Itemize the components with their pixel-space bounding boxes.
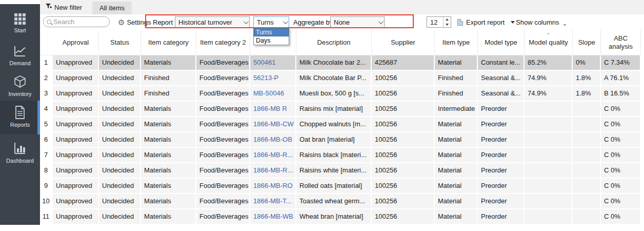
- sidebar-item-start[interactable]: Start: [0, 13, 40, 33]
- table-cell[interactable]: 100256: [372, 209, 435, 225]
- table-cell[interactable]: Materials: [141, 117, 196, 132]
- table-cell[interactable]: Material: [435, 194, 478, 209]
- item-code-link[interactable]: 500461: [250, 55, 296, 71]
- table-cell[interactable]: Unapproved: [53, 132, 99, 148]
- column-header-description[interactable]: Description: [296, 30, 372, 55]
- periods-stepper[interactable]: 12: [427, 16, 451, 28]
- table-cell[interactable]: 425687: [372, 55, 435, 71]
- table-cell[interactable]: 100256: [372, 86, 435, 102]
- table-cell[interactable]: 100256: [372, 179, 435, 194]
- table-cell[interactable]: Unapproved: [53, 102, 99, 117]
- column-header-abc-analysis[interactable]: ABC analysis: [601, 30, 641, 55]
- dropdown-option-days[interactable]: Days: [254, 36, 289, 45]
- table-row[interactable]: 1UnapprovedUndecidedMaterialsFood/Bevera…: [40, 55, 641, 71]
- table-cell[interactable]: [525, 194, 573, 209]
- item-code-link[interactable]: 1866-MB-T...: [250, 194, 296, 209]
- item-code-link[interactable]: 1866-MB-R...: [250, 148, 296, 163]
- column-header-slope[interactable]: Slope: [573, 30, 601, 55]
- table-row[interactable]: 3UnapprovedUndecidedFinishedFood/Beverag…: [40, 86, 641, 102]
- table-cell[interactable]: Undecided: [99, 148, 141, 163]
- table-cell[interactable]: Unapproved: [53, 71, 99, 86]
- table-cell[interactable]: C 0%: [601, 163, 641, 179]
- table-cell[interactable]: 100256: [372, 71, 435, 86]
- item-code-link[interactable]: 1866-MB R: [250, 102, 296, 117]
- table-cell[interactable]: Unapproved: [53, 86, 99, 102]
- item-code-link[interactable]: 1866-MB-WB: [250, 209, 296, 225]
- table-cell[interactable]: [525, 117, 573, 132]
- column-header-model-type[interactable]: Model type: [478, 30, 525, 55]
- table-cell[interactable]: Undecided: [99, 163, 141, 179]
- table-cell[interactable]: Undecided: [99, 132, 141, 148]
- row-number[interactable]: 11: [40, 209, 53, 225]
- table-cell[interactable]: Wheat bran [material]: [296, 209, 372, 225]
- sidebar-item-demand[interactable]: Demand: [0, 45, 40, 66]
- table-cell[interactable]: Food/Beverages: [196, 209, 250, 225]
- report-select[interactable]: Historical turnover: [175, 16, 250, 28]
- table-cell[interactable]: Intermediate: [435, 102, 478, 117]
- table-cell[interactable]: 74.9%: [525, 86, 573, 102]
- table-cell[interactable]: Material: [435, 55, 478, 71]
- table-cell[interactable]: 74.9%: [525, 71, 573, 86]
- row-number[interactable]: 1: [40, 55, 53, 71]
- table-cell[interactable]: Undecided: [99, 86, 141, 102]
- table-cell[interactable]: Milk Chocolate bar 2...: [296, 55, 372, 71]
- table-cell[interactable]: Oat bran [material]: [296, 132, 372, 148]
- table-cell[interactable]: [525, 148, 573, 163]
- table-cell[interactable]: Preorder: [478, 209, 525, 225]
- sidebar-item-inventory[interactable]: Inventory: [0, 75, 40, 97]
- table-cell[interactable]: [573, 209, 601, 225]
- table-cell[interactable]: C 0%: [601, 117, 641, 132]
- table-cell[interactable]: Unapproved: [53, 194, 99, 209]
- table-row[interactable]: 5UnapprovedUndecidedMaterialsFood/Bevera…: [40, 117, 641, 132]
- table-cell[interactable]: Preorder: [478, 179, 525, 194]
- table-cell[interactable]: 85.2%: [525, 55, 573, 71]
- table-cell[interactable]: Chopped walnuts [m...: [296, 117, 372, 132]
- table-cell[interactable]: Food/Beverages: [196, 194, 250, 209]
- table-cell[interactable]: Seasonal &...: [478, 86, 525, 102]
- table-cell[interactable]: Raisins white [materi...: [296, 163, 372, 179]
- table-cell[interactable]: 0%: [573, 55, 601, 71]
- table-cell[interactable]: Material: [435, 132, 478, 148]
- table-cell[interactable]: Preorder: [478, 194, 525, 209]
- tab-all-items[interactable]: All items: [92, 2, 132, 14]
- table-cell[interactable]: Undecided: [99, 55, 141, 71]
- table-cell[interactable]: Undecided: [99, 194, 141, 209]
- table-cell[interactable]: 1.8%: [573, 71, 601, 86]
- search-box[interactable]: [43, 16, 110, 27]
- table-cell[interactable]: Food/Beverages: [196, 132, 250, 148]
- table-cell[interactable]: Material: [435, 179, 478, 194]
- table-cell[interactable]: 100256: [372, 102, 435, 117]
- row-number[interactable]: 10: [40, 194, 53, 209]
- table-cell[interactable]: [573, 117, 601, 132]
- table-cell[interactable]: Undecided: [99, 209, 141, 225]
- column-header-item-type[interactable]: Item type: [435, 30, 478, 55]
- table-cell[interactable]: Food/Beverages: [196, 55, 250, 71]
- table-cell[interactable]: Undecided: [99, 102, 141, 117]
- search-input[interactable]: [53, 18, 105, 26]
- table-cell[interactable]: Materials: [141, 102, 196, 117]
- table-cell[interactable]: [573, 132, 601, 148]
- row-number[interactable]: 5: [40, 117, 53, 132]
- row-number[interactable]: 2: [40, 71, 53, 86]
- table-cell[interactable]: Materials: [141, 163, 196, 179]
- table-row[interactable]: 8UnapprovedUndecidedMaterialsFood/Bevera…: [40, 163, 641, 179]
- column-header-supplier[interactable]: Supplier: [372, 30, 435, 55]
- column-header-approval[interactable]: Approval: [53, 30, 99, 55]
- table-row[interactable]: 2UnapprovedUndecidedFinishedFood/Beverag…: [40, 71, 641, 86]
- table-cell[interactable]: Undecided: [99, 71, 141, 86]
- export-dropdown-arrow-icon[interactable]: [511, 21, 515, 24]
- table-cell[interactable]: 100256: [372, 117, 435, 132]
- table-cell[interactable]: C 7.34%: [601, 55, 641, 71]
- table-cell[interactable]: Materials: [141, 179, 196, 194]
- table-cell[interactable]: Material: [435, 163, 478, 179]
- item-code-link[interactable]: 1866-MB-R...: [250, 163, 296, 179]
- table-cell[interactable]: Food/Beverages: [196, 86, 250, 102]
- table-cell[interactable]: 100256: [372, 148, 435, 163]
- table-cell[interactable]: A 76.1%: [601, 71, 641, 86]
- sidebar-item-reports[interactable]: Reports: [0, 101, 40, 134]
- table-cell[interactable]: Material: [435, 117, 478, 132]
- table-cell[interactable]: Preorder: [478, 163, 525, 179]
- row-number[interactable]: 3: [40, 86, 53, 102]
- table-row[interactable]: 10UnapprovedUndecidedMaterialsFood/Bever…: [40, 194, 641, 209]
- table-cell[interactable]: B 16.5%: [601, 86, 641, 102]
